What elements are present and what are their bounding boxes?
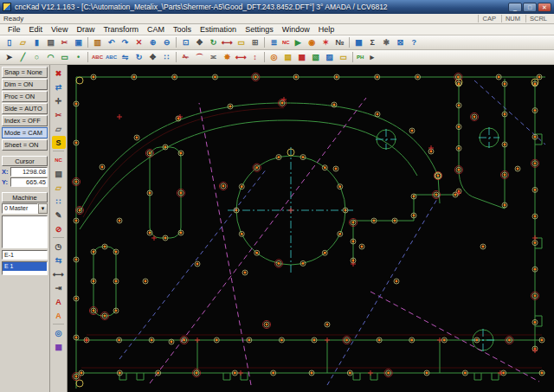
drawing-canvas[interactable] [68,65,554,392]
toggle-index[interactable]: Index = OFF [2,115,48,126]
menu-edit[interactable]: Edit [25,25,48,34]
clock-icon[interactable]: ◷ [52,240,66,253]
ph-icon[interactable]: PH [356,51,364,63]
break-icon[interactable]: ⌒ [193,51,206,63]
menu-view[interactable]: View [47,25,72,34]
punch-tool-icon[interactable]: ◉ [306,36,319,48]
delete-icon[interactable]: ✕ [132,36,145,48]
nest-grid-icon[interactable]: ▦ [52,340,66,353]
next-icon[interactable]: ▸ [365,51,378,63]
step-icon[interactable]: S [52,136,66,149]
sheet-part-icon[interactable]: ▱ [52,122,66,135]
settings-icon[interactable]: ✱ [380,36,393,48]
draw-point-icon[interactable]: • [72,51,85,63]
menu-help[interactable]: Help [314,25,339,34]
palette-green-icon[interactable]: ▧ [309,51,322,63]
sheet-listbox[interactable]: E 1 [2,261,48,275]
nc-small-icon[interactable]: NC [52,153,66,166]
rotate-icon[interactable]: ↻ [132,51,145,63]
menu-window[interactable]: Window [278,25,314,34]
undo-icon[interactable]: ↶ [105,36,118,48]
print-part-icon[interactable]: ▤ [52,167,66,180]
zoom-window-icon[interactable]: ⊡ [179,36,192,48]
selected-sheet-row[interactable]: E 1 [3,262,47,271]
restore-button[interactable]: □ [523,3,537,12]
cut-icon[interactable]: ✂ [58,36,71,48]
pan-icon[interactable]: ✥ [193,36,206,48]
title-bar[interactable]: cncKad V12.1.163 - [C:\Automation_Metali… [0,0,554,14]
draw-line-icon[interactable]: ╱ [16,51,29,63]
save-icon[interactable]: ▮ [30,36,43,48]
machine-button[interactable]: Machine [2,192,48,202]
estimate-icon[interactable]: Σ [366,36,379,48]
menu-cam[interactable]: CAM [143,25,169,34]
zoom-in-icon[interactable]: ⊕ [146,36,159,48]
nc-icon[interactable]: NC [281,36,291,48]
menu-file[interactable]: File [3,25,25,34]
palette-yellow-icon[interactable]: ▤ [281,51,294,63]
chevron-down-icon[interactable]: ▼ [38,203,48,214]
text-abc-icon[interactable]: ABC [91,51,104,63]
copy-icon[interactable]: ▣ [72,36,85,48]
trim-icon[interactable]: ✁ [179,51,192,63]
edit-part-icon[interactable]: ✎ [52,209,66,222]
new-icon[interactable]: ▯ [3,36,16,48]
menu-draw[interactable]: Draw [72,25,99,34]
palette-red-icon[interactable]: ▦ [295,51,308,63]
draw-arc-icon[interactable]: ◠ [44,51,57,63]
order-icon[interactable]: № [333,36,346,48]
cancel-icon[interactable]: ✖ [52,67,66,80]
ruler-icon[interactable]: ▭ [235,36,248,48]
zoom-all-icon[interactable]: ⊠ [394,36,407,48]
menu-transform[interactable]: Transform [99,25,143,34]
sheet-label-row[interactable]: E-1 [2,250,48,260]
draw-rect-icon[interactable]: ▭ [58,51,71,63]
laser-tool-icon[interactable]: ✶ [319,36,332,48]
close-button[interactable]: ✕ [538,3,551,12]
report-icon[interactable]: ▦ [352,36,365,48]
mirror-icon[interactable]: ⇋ [119,51,132,63]
machine-combobox[interactable]: 0 Master ▼ [2,203,48,214]
cursor-header[interactable]: Cursor [2,156,48,166]
menu-settings[interactable]: Settings [241,25,278,34]
minimize-button[interactable]: _ [508,3,522,12]
toggle-mode[interactable]: Mode = CAM [2,127,48,138]
target-icon[interactable]: ◎ [52,326,66,339]
text-a-icon[interactable]: A [52,295,66,308]
copy-entity-icon[interactable]: ∷ [160,51,173,63]
move-icon[interactable]: ✥ [146,51,159,63]
open-icon[interactable]: ▱ [16,36,29,48]
paste-icon[interactable]: ▥ [91,36,104,48]
forbid-icon[interactable]: ⊘ [52,222,66,235]
redraw-icon[interactable]: ↻ [207,36,220,48]
print-icon[interactable]: ▤ [44,36,57,48]
extend-icon[interactable]: ⟷ [52,267,66,280]
select-icon[interactable]: ➤ [3,51,16,63]
folder-part-icon[interactable]: ▱ [52,181,66,194]
draw-circle-icon[interactable]: ○ [30,51,43,63]
menu-estimation[interactable]: Estimation [196,25,241,34]
leader-abc-icon[interactable]: ABC [105,51,118,63]
toggle-snap[interactable]: Snap = None [2,67,48,78]
toggle-proc[interactable]: Proc = ON [2,91,48,102]
simulate-icon[interactable]: ▶ [292,36,305,48]
toggle-sheet[interactable]: Sheet = ON [2,139,48,151]
jump-icon[interactable]: ⇥ [52,281,66,294]
palette-blue-icon[interactable]: ▨ [323,51,336,63]
toggle-side[interactable]: Side = AUTO [2,103,48,114]
cut-part-icon[interactable]: ✂ [52,108,66,121]
transform-icon[interactable]: ⇄ [52,80,66,93]
menu-tools[interactable]: Tools [169,25,196,34]
help-icon[interactable]: ? [408,36,421,48]
marker-icon[interactable]: ◎ [267,51,280,63]
sheet-setup-icon[interactable]: ▭ [337,51,350,63]
machine-listbox[interactable] [2,215,48,248]
grid-icon[interactable]: ⊞ [248,36,261,48]
redo-icon[interactable]: ↷ [119,36,132,48]
swap-icon[interactable]: ⇆ [52,254,66,267]
snap-icon[interactable]: ✛ [52,94,66,107]
dim-horizontal-icon[interactable]: ⟷ [235,51,248,63]
explode-icon[interactable]: ✸ [221,51,234,63]
dim-vertical-icon[interactable]: ↕ [248,51,261,63]
measure-icon[interactable]: ⟷ [221,36,234,48]
